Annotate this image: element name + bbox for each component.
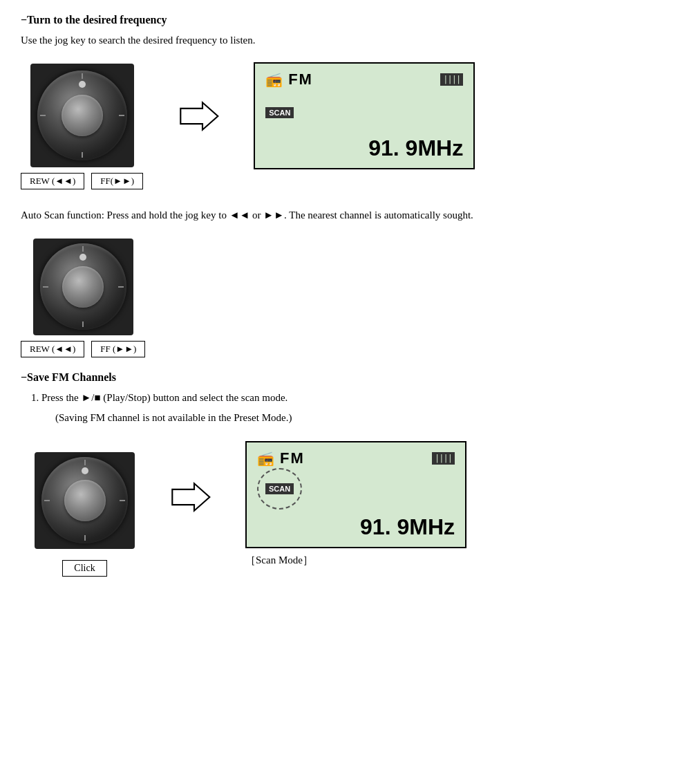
rew-label-2: REW (◄◄): [21, 341, 84, 357]
jog-labels-1: REW (◄◄) FF(►►): [21, 173, 143, 189]
jog-tick-top-1: [82, 73, 83, 79]
battery-icon-1: ||||: [440, 73, 463, 86]
jog-tick-left-1: [40, 115, 46, 116]
jog-container-3: Click: [35, 452, 135, 577]
jog-tick-bottom-2: [82, 321, 84, 327]
jog-image-2: [33, 239, 133, 335]
lcd-freq-2: 91. 9MHz: [257, 514, 455, 540]
save-steps-list: Press the ►/■ (Play/Stop) button and sel…: [41, 389, 677, 407]
ff-label-2: FF (►►): [91, 341, 145, 357]
jog-image-3: [35, 452, 135, 549]
step1-note: (Saving FM channel is not available in t…: [55, 409, 677, 427]
jog-tick-top-2: [82, 246, 84, 252]
jog-tick-bottom-3: [84, 535, 86, 541]
diagram-row-3: Click 📻 FM ||||: [35, 441, 677, 588]
radio-icon-2: 📻: [257, 450, 274, 467]
save-channels-title: −Save FM Channels: [21, 371, 677, 384]
jog-tick-top-3: [84, 460, 86, 465]
step1-text: Press the ►/■ (Play/Stop) button and sel…: [41, 392, 287, 403]
ff-label-1: FF(►►): [91, 173, 143, 189]
jog-container-2: REW (◄◄) FF (►►): [21, 239, 145, 357]
jog-wheel-2: [40, 243, 126, 330]
jog-container-1: REW (◄◄) FF(►►): [21, 64, 143, 189]
jog-tick-bottom-1: [82, 152, 83, 158]
lcd-fm-1: FM: [288, 71, 313, 88]
jog-tick-left-3: [44, 500, 50, 501]
lcd-freq-1: 91. 9MHz: [265, 136, 463, 161]
svg-marker-0: [180, 102, 218, 129]
arrow-right-1: [178, 102, 219, 130]
auto-scan-section: Auto Scan function: Press and hold the j…: [21, 207, 677, 225]
lcd-top-row-1: 📻 FM ||||: [265, 71, 463, 88]
jog-tick-right-3: [120, 500, 125, 501]
auto-scan-text: Auto Scan function: Press and hold the j…: [21, 207, 677, 225]
scan-mode-label: ［Scan Mode］: [245, 554, 313, 567]
diagram-row-2: REW (◄◄) FF (►►): [21, 239, 677, 357]
jog-tick-left-2: [43, 286, 48, 288]
jog-image-1: [30, 64, 134, 167]
scan-dashed-circle: SCAN: [257, 468, 302, 510]
section1-body: Use the jog key to search the desired fr…: [21, 32, 677, 48]
section-turn-frequency: −Turn to the desired frequency Use the j…: [21, 14, 677, 357]
click-label: Click: [62, 560, 106, 577]
scan-badge-1: SCAN: [265, 107, 294, 118]
scan-badge-2: SCAN: [265, 483, 294, 494]
lcd-screen-1: 📻 FM |||| SCAN 91. 9MHz: [254, 62, 475, 169]
jog-labels-2: REW (◄◄) FF (►►): [21, 341, 145, 357]
jog-tick-right-1: [119, 115, 124, 116]
jog-wheel-3: [41, 457, 128, 543]
section1-title: −Turn to the desired frequency: [21, 14, 677, 26]
battery-icon-2: ||||: [432, 452, 455, 465]
lcd-scan-row-1: SCAN: [265, 106, 463, 118]
click-label-container: Click: [62, 554, 106, 577]
jog-wheel-1: [37, 71, 127, 160]
rew-label-1: REW (◄◄): [21, 173, 84, 189]
lcd-top-row-2: 📻 FM ||||: [257, 449, 455, 467]
arrow-right-2: [169, 483, 211, 511]
lcd-fm-2: FM: [280, 449, 305, 467]
lcd-screen-2: 📻 FM |||| SCAN 91. 9MHz: [245, 441, 466, 548]
diagram-row-1: REW (◄◄) FF(►►) 📻 FM |||| SCAN: [21, 62, 677, 190]
lcd-scan-circle-area: SCAN: [257, 472, 455, 510]
radio-icon-1: 📻: [265, 71, 283, 88]
svg-marker-1: [172, 483, 209, 510]
step-1: Press the ►/■ (Play/Stop) button and sel…: [41, 389, 677, 407]
section-save-channels: −Save FM Channels Press the ►/■ (Play/St…: [21, 371, 677, 588]
jog-tick-right-2: [118, 286, 124, 288]
